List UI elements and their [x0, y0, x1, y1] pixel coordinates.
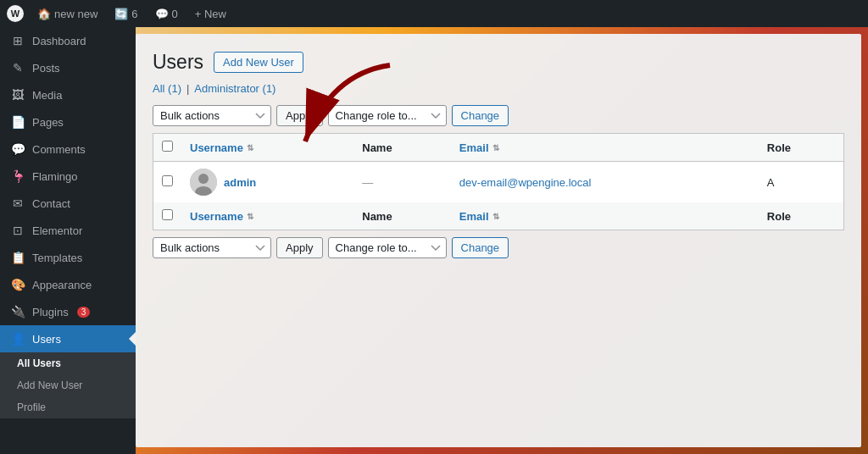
username-link[interactable]: admin	[224, 176, 256, 189]
plugins-badge: 3	[77, 307, 91, 318]
sidebar-item-comments[interactable]: 💬 Comments	[0, 136, 136, 163]
change-button-bottom[interactable]: Change	[452, 237, 509, 258]
change-role-select-top[interactable]: Change role to... Subscriber Contributor…	[328, 105, 447, 126]
th-name: Name	[353, 134, 451, 162]
table-body: admin — dev-email@wpengine.local A	[153, 162, 844, 203]
media-icon: 🖼	[10, 88, 25, 102]
contact-icon: ✉	[10, 197, 25, 210]
dashboard-icon: ⊞	[10, 34, 25, 47]
avatar	[190, 169, 217, 196]
page-header: Users Add New User	[153, 51, 844, 74]
filter-separator: |	[186, 82, 189, 95]
table-footer: Username ⇅ Name Email ⇅	[153, 202, 844, 230]
select-all-checkbox-top[interactable]	[162, 141, 173, 152]
apply-button-top[interactable]: Apply	[276, 105, 323, 126]
select-all-checkbox-bottom[interactable]	[162, 209, 173, 220]
adminbar-site-name[interactable]: 🏠 new new	[34, 8, 101, 20]
filter-links: All (1) | Administrator (1)	[153, 82, 844, 95]
change-role-select-bottom[interactable]: Change role to... Subscriber Contributor…	[328, 237, 447, 258]
home-icon: 🏠	[37, 8, 51, 20]
username-sort-link-bottom[interactable]: Username ⇅	[190, 210, 345, 223]
name-cell: —	[353, 162, 451, 203]
sidebar-item-flamingo[interactable]: 🦩 Flamingo	[0, 163, 136, 190]
wp-layout: ⊞ Dashboard ✎ Posts 🖼 Media 📄 Pages 💬 Co…	[0, 27, 868, 454]
th-checkbox	[153, 134, 182, 162]
admin-bar: W 🏠 new new 🔄 6 💬 0 + New	[0, 0, 868, 27]
bulk-actions-select-bottom[interactable]: Bulk actions Delete	[153, 237, 271, 258]
tf-email: Email ⇅	[451, 202, 759, 230]
row-checkbox[interactable]	[162, 175, 173, 186]
sidebar-item-media[interactable]: 🖼 Media	[0, 81, 136, 108]
username-sort-arrows-bottom: ⇅	[247, 212, 253, 221]
filter-administrator-link[interactable]: Administrator (1)	[194, 82, 275, 95]
role-cell: A	[759, 162, 844, 203]
sidebar-item-users[interactable]: 👤 Users	[0, 325, 136, 352]
th-username: Username ⇅	[181, 134, 353, 162]
submenu-profile[interactable]: Profile	[0, 396, 136, 418]
pages-icon: 📄	[10, 115, 25, 129]
sidebar-item-plugins[interactable]: 🔌 Plugins 3	[0, 298, 136, 325]
sidebar-item-appearance[interactable]: 🎨 Appearance	[0, 271, 136, 298]
email-sort-arrows: ⇅	[492, 143, 499, 152]
tablenav-top: Bulk actions Delete Apply Change role to…	[153, 105, 844, 126]
users-submenu: All Users Add New User Profile	[0, 352, 136, 418]
email-sort-arrows-bottom: ⇅	[492, 212, 499, 221]
comments-nav-icon: 💬	[10, 142, 25, 156]
sidebar-item-elementor[interactable]: ⊡ Elementor	[0, 217, 136, 244]
tf-name: Name	[353, 202, 451, 230]
elementor-icon: ⊡	[10, 224, 25, 237]
templates-icon: 📋	[10, 251, 25, 264]
tf-username: Username ⇅	[181, 202, 353, 230]
users-table-wrapper: Username ⇅ Name Email ⇅	[153, 133, 844, 230]
username-sort-link[interactable]: Username ⇅	[190, 141, 345, 154]
posts-icon: ✎	[10, 61, 25, 75]
change-button-top[interactable]: Change	[452, 105, 509, 126]
users-table: Username ⇅ Name Email ⇅	[153, 133, 844, 230]
apply-button-bottom[interactable]: Apply	[276, 237, 323, 258]
th-email: Email ⇅	[451, 134, 759, 162]
sidebar-item-posts[interactable]: ✎ Posts	[0, 54, 136, 81]
name-value: —	[362, 176, 373, 189]
username-sort-arrows: ⇅	[247, 143, 253, 152]
wp-body: Users Add New User All (1) | Administrat…	[136, 34, 861, 447]
adminbar-new[interactable]: + New	[192, 8, 230, 20]
users-arrow	[129, 332, 136, 346]
page-title: Users	[153, 51, 203, 74]
users-icon: 👤	[10, 332, 25, 346]
tablenav-bottom: Bulk actions Delete Apply Change role to…	[153, 237, 844, 258]
email-link[interactable]: dev-email@wpengine.local	[459, 176, 592, 189]
bulk-actions-select-top[interactable]: Bulk actions Delete	[153, 105, 271, 126]
appearance-icon: 🎨	[10, 278, 25, 291]
email-sort-link[interactable]: Email ⇅	[459, 141, 750, 154]
add-new-user-button[interactable]: Add New User	[214, 52, 303, 73]
flamingo-icon: 🦩	[10, 169, 25, 183]
th-role: Role	[759, 134, 844, 162]
sidebar-item-dashboard[interactable]: ⊞ Dashboard	[0, 27, 136, 54]
adminbar-updates[interactable]: 🔄 6	[111, 8, 141, 20]
wp-logo[interactable]: W	[7, 5, 24, 22]
submenu-add-new-user[interactable]: Add New User	[0, 374, 136, 396]
sidebar-item-contact[interactable]: ✉ Contact	[0, 190, 136, 217]
submenu-all-users[interactable]: All Users	[0, 352, 136, 374]
table-row: admin — dev-email@wpengine.local A	[153, 162, 844, 203]
svg-point-2	[198, 174, 209, 184]
sidebar-item-templates[interactable]: 📋 Templates	[0, 244, 136, 271]
table-header: Username ⇅ Name Email ⇅	[153, 134, 844, 162]
email-cell: dev-email@wpengine.local	[451, 162, 759, 203]
tf-checkbox	[153, 202, 182, 230]
updates-icon: 🔄	[114, 8, 128, 20]
username-cell: admin	[181, 162, 353, 203]
sidebar-item-pages[interactable]: 📄 Pages	[0, 108, 136, 136]
admin-menu: ⊞ Dashboard ✎ Posts 🖼 Media 📄 Pages 💬 Co…	[0, 27, 136, 454]
row-checkbox-cell	[153, 162, 182, 203]
email-sort-link-bottom[interactable]: Email ⇅	[459, 210, 750, 223]
adminbar-comments[interactable]: 💬 0	[152, 8, 181, 20]
plugins-icon: 🔌	[10, 305, 25, 318]
comments-icon: 💬	[155, 8, 169, 20]
tf-role: Role	[759, 202, 844, 230]
filter-all-link[interactable]: All (1)	[153, 82, 181, 95]
